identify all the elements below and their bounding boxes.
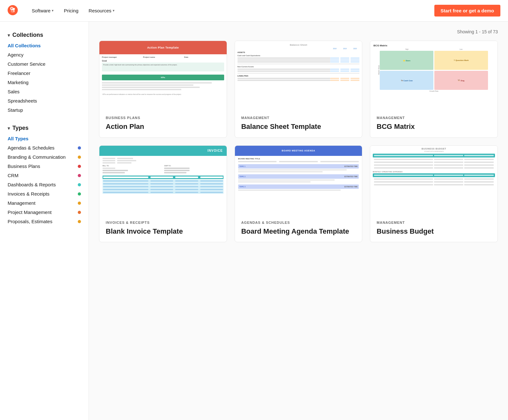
card-balance-sheet-preview: Balance Sheet 201820192020 ASSETS Cash a… bbox=[235, 41, 362, 111]
template-cards-grid: Action Plan Template Project managerProj… bbox=[99, 41, 498, 242]
hubspot-logo[interactable] bbox=[8, 5, 18, 17]
card-business-budget[interactable]: BUSINESS BUDGET STARTUP EXPENSES MONTHLY… bbox=[370, 145, 498, 243]
software-label: Software bbox=[32, 8, 50, 13]
sidebar-item-customer-service[interactable]: Customer Service bbox=[0, 59, 89, 69]
card-bcg-matrix-category: MANAGEMENT bbox=[377, 116, 491, 120]
sidebar-type-crm[interactable]: CRM bbox=[0, 171, 89, 180]
card-balance-sheet-body: MANAGEMENT Balance Sheet Template bbox=[235, 111, 362, 137]
card-action-plan-category: BUSINESS PLANS bbox=[106, 116, 220, 120]
proposals-label: Proposals, Estimates bbox=[8, 219, 78, 224]
business-plans-dot bbox=[78, 165, 81, 168]
card-balance-sheet-category: MANAGEMENT bbox=[241, 116, 356, 120]
invoices-label: Invoices & Receipts bbox=[8, 191, 78, 197]
crm-dot bbox=[78, 174, 81, 177]
card-balance-sheet[interactable]: Balance Sheet 201820192020 ASSETS Cash a… bbox=[235, 41, 363, 138]
showing-count: Showing 1 - 15 of 73 bbox=[457, 29, 498, 34]
card-board-meeting-category: AGENDAS & SCHEDULES bbox=[241, 221, 356, 224]
card-blank-invoice-title: Blank Invoice Template bbox=[106, 227, 220, 236]
card-action-plan-body: BUSINESS PLANS Action Plan bbox=[99, 111, 227, 137]
card-business-budget-preview: BUSINESS BUDGET STARTUP EXPENSES MONTHLY… bbox=[370, 146, 498, 216]
start-free-cta-button[interactable]: Start free or get a demo bbox=[434, 5, 500, 17]
card-blank-invoice-category: INVOICES & RECEIPTS bbox=[106, 221, 220, 224]
card-blank-invoice[interactable]: INVOICE BILL TO: bbox=[99, 145, 227, 243]
branding-label: Branding & Communication bbox=[8, 154, 78, 160]
card-balance-sheet-title: Balance Sheet Template bbox=[241, 122, 356, 131]
card-blank-invoice-preview: INVOICE BILL TO: bbox=[99, 146, 227, 216]
sidebar-item-sales[interactable]: Sales bbox=[0, 87, 89, 96]
management-label: Management bbox=[8, 200, 78, 206]
dashboards-label: Dashboards & Reports bbox=[8, 182, 78, 187]
project-management-dot bbox=[78, 211, 81, 214]
main-content: Showing 1 - 15 of 73 Action Plan Templat… bbox=[89, 22, 508, 420]
card-business-budget-title: Business Budget bbox=[377, 227, 491, 236]
dashboards-dot bbox=[78, 183, 81, 186]
nav-links: Software ▾ Pricing Resources ▾ bbox=[28, 5, 434, 16]
card-action-plan[interactable]: Action Plan Template Project managerProj… bbox=[99, 41, 227, 138]
results-header: Showing 1 - 15 of 73 bbox=[99, 29, 498, 34]
sidebar-type-dashboards[interactable]: Dashboards & Reports bbox=[0, 180, 89, 189]
branding-dot bbox=[78, 156, 81, 159]
card-board-meeting[interactable]: BOARD MEETING AGENDA BOARD MEETING TITLE… bbox=[235, 145, 363, 243]
sidebar-type-project-management[interactable]: Project Management bbox=[0, 208, 89, 217]
resources-caret-icon: ▾ bbox=[113, 9, 115, 13]
card-board-meeting-preview: BOARD MEETING AGENDA BOARD MEETING TITLE… bbox=[235, 146, 362, 216]
types-section: ▾ Types All Types Agendas & Schedules Br… bbox=[0, 122, 89, 226]
types-section-header[interactable]: ▾ Types bbox=[0, 122, 89, 134]
resources-nav-link[interactable]: Resources ▾ bbox=[85, 5, 118, 16]
card-action-plan-preview: Action Plan Template Project managerProj… bbox=[99, 41, 227, 111]
sidebar-item-marketing[interactable]: Marketing bbox=[0, 78, 89, 87]
sidebar-type-branding[interactable]: Branding & Communication bbox=[0, 152, 89, 162]
sidebar-item-freelancer[interactable]: Freelancer bbox=[0, 69, 89, 78]
card-board-meeting-title: Board Meeting Agenda Template bbox=[241, 227, 356, 236]
collections-section: ▾ Collections All Collections Agency Cus… bbox=[0, 29, 89, 115]
types-header-label: Types bbox=[12, 125, 29, 131]
sidebar-type-all[interactable]: All Types bbox=[0, 134, 89, 143]
card-business-budget-category: MANAGEMENT bbox=[377, 221, 491, 224]
sidebar-type-proposals[interactable]: Proposals, Estimates bbox=[0, 217, 89, 226]
card-bcg-matrix[interactable]: BCG Matrix HighLow Market Share ⭐ Stars … bbox=[370, 41, 498, 138]
pricing-label: Pricing bbox=[64, 8, 78, 13]
card-board-meeting-body: AGENDAS & SCHEDULES Board Meeting Agenda… bbox=[235, 216, 362, 242]
pricing-nav-link[interactable]: Pricing bbox=[60, 5, 82, 16]
business-plans-label: Business Plans bbox=[8, 163, 78, 169]
collections-header-label: Collections bbox=[12, 32, 43, 38]
agendas-label: Agendas & Schedules bbox=[8, 145, 78, 150]
project-management-label: Project Management bbox=[8, 210, 78, 215]
sidebar: ▾ Collections All Collections Agency Cus… bbox=[0, 22, 89, 420]
sidebar-item-agency[interactable]: Agency bbox=[0, 50, 89, 59]
card-bcg-matrix-preview: BCG Matrix HighLow Market Share ⭐ Stars … bbox=[370, 41, 498, 111]
sidebar-item-spreadsheets[interactable]: Spreadsheets bbox=[0, 96, 89, 105]
card-blank-invoice-body: INVOICES & RECEIPTS Blank Invoice Templa… bbox=[99, 216, 227, 242]
collections-chevron-icon: ▾ bbox=[8, 33, 10, 38]
crm-label: CRM bbox=[8, 173, 78, 178]
sidebar-type-business-plans[interactable]: Business Plans bbox=[0, 162, 89, 171]
card-bcg-matrix-body: MANAGEMENT BCG Matrix bbox=[370, 111, 498, 137]
invoices-dot bbox=[78, 192, 81, 196]
sidebar-type-agendas[interactable]: Agendas & Schedules bbox=[0, 143, 89, 152]
card-bcg-matrix-title: BCG Matrix bbox=[377, 122, 491, 131]
software-nav-link[interactable]: Software ▾ bbox=[28, 5, 57, 16]
card-action-plan-title: Action Plan bbox=[106, 122, 220, 131]
sidebar-item-startup[interactable]: Startup bbox=[0, 105, 89, 115]
software-caret-icon: ▾ bbox=[52, 9, 54, 13]
types-chevron-icon: ▾ bbox=[8, 126, 10, 131]
sidebar-item-all-collections[interactable]: All Collections bbox=[0, 41, 89, 50]
agendas-dot bbox=[78, 146, 81, 150]
page-layout: ▾ Collections All Collections Agency Cus… bbox=[0, 22, 508, 420]
sidebar-type-invoices[interactable]: Invoices & Receipts bbox=[0, 189, 89, 198]
card-business-budget-body: MANAGEMENT Business Budget bbox=[370, 216, 498, 242]
resources-label: Resources bbox=[89, 8, 111, 13]
proposals-dot bbox=[78, 220, 81, 223]
collections-section-header[interactable]: ▾ Collections bbox=[0, 29, 89, 41]
management-dot bbox=[78, 202, 81, 205]
navbar: Software ▾ Pricing Resources ▾ Start fre… bbox=[0, 0, 508, 22]
sidebar-type-management[interactable]: Management bbox=[0, 198, 89, 208]
